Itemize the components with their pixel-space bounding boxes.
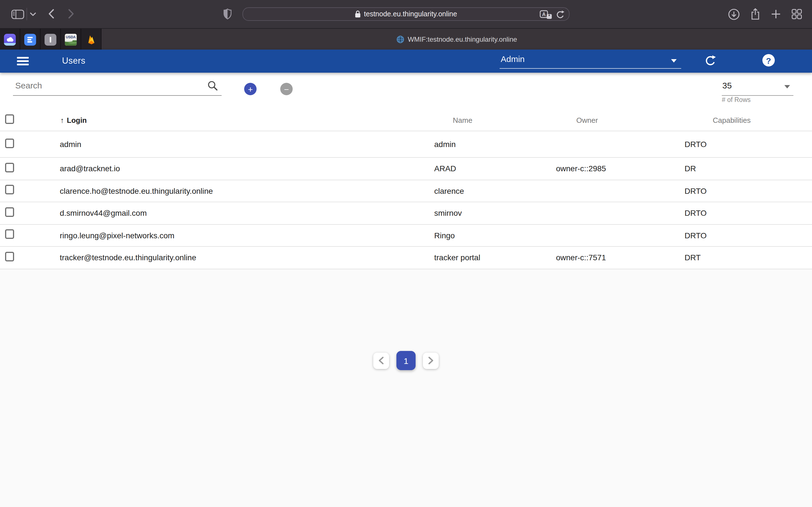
column-header-login[interactable]: ↑Login: [60, 116, 87, 124]
cell-owner: owner-c::2985: [556, 164, 606, 173]
sidebar-toggle-icon[interactable]: [11, 10, 24, 19]
next-page-button[interactable]: [423, 352, 439, 369]
search-field[interactable]: [13, 77, 221, 96]
rows-per-page-select[interactable]: 35: [722, 77, 794, 96]
remove-user-button[interactable]: −: [280, 83, 293, 95]
row-checkbox[interactable]: [5, 138, 14, 148]
address-bar-url: testnode.eu.thingularity.online: [364, 10, 457, 18]
current-page-number: 1: [404, 356, 409, 365]
search-input[interactable]: [14, 80, 200, 91]
add-user-button[interactable]: +: [244, 83, 257, 95]
chevron-left-icon: [378, 356, 384, 364]
privacy-shield-icon[interactable]: [223, 8, 232, 20]
reload-icon[interactable]: [556, 10, 564, 19]
active-tab-title: WMIF:testnode.eu.thingularity.online: [408, 36, 517, 43]
chevron-down-icon[interactable]: [30, 12, 36, 16]
back-button-icon[interactable]: [49, 9, 54, 18]
previous-page-button[interactable]: [373, 352, 389, 369]
cell-login: ringo.leung@pixel-networks.com: [60, 231, 174, 240]
table-row[interactable]: tracker@testnode.eu.thingularity.online …: [0, 247, 812, 269]
usda-text: USDA: [66, 35, 75, 39]
table-header: ↑Login Name Owner Capabilities: [0, 109, 812, 131]
cell-login: arad@tracknet.io: [60, 164, 120, 173]
pinned-tab-docs[interactable]: [20, 29, 41, 50]
cell-login: admin: [60, 140, 81, 149]
share-icon[interactable]: [751, 8, 760, 20]
table-body: admin admin DRTO arad@tracknet.io ARAD o…: [0, 131, 812, 269]
new-tab-icon[interactable]: [771, 10, 780, 18]
minus-icon: −: [284, 85, 289, 93]
chevron-right-icon: [428, 356, 434, 364]
dropdown-caret-icon: [784, 85, 790, 89]
table-row[interactable]: arad@tracknet.io ARAD owner-c::2985 DR: [0, 158, 812, 180]
column-header-owner[interactable]: Owner: [576, 116, 598, 124]
cell-capabilities: DRT: [684, 253, 701, 262]
tab-bar: USDA WMIF:testnode.eu.thingularity.onlin…: [0, 28, 812, 50]
downloads-icon[interactable]: [728, 8, 740, 20]
cell-capabilities: DRTO: [684, 209, 707, 218]
search-icon: [207, 80, 218, 94]
menu-icon[interactable]: [17, 57, 29, 65]
table-row[interactable]: d.smirnov44@gmail.com smirnov DRTO: [0, 202, 812, 224]
lock-icon: [355, 10, 361, 18]
sort-ascending-icon: ↑: [60, 116, 64, 124]
screen: testnode.eu.thingularity.online A *: [0, 0, 812, 507]
cell-login: d.smirnov44@gmail.com: [60, 209, 147, 218]
cell-name: ARAD: [434, 164, 456, 173]
cell-name: clarence: [434, 186, 464, 195]
select-all-checkbox[interactable]: [5, 114, 14, 124]
browser-toolbar: testnode.eu.thingularity.online A *: [0, 0, 812, 28]
cell-capabilities: DRTO: [684, 186, 707, 195]
dropdown-caret-icon: [671, 59, 677, 62]
cell-login: tracker@testnode.eu.thingularity.online: [60, 253, 196, 262]
page-title: Users: [62, 56, 86, 66]
row-checkbox[interactable]: [5, 207, 14, 217]
table-row[interactable]: ringo.leung@pixel-networks.com Ringo DRT…: [0, 224, 812, 247]
app-header: Users: [0, 50, 812, 73]
cell-name: tracker portal: [434, 253, 480, 262]
cell-name: admin: [434, 140, 456, 149]
help-icon: ?: [766, 55, 771, 65]
cell-name: Ringo: [434, 231, 455, 240]
globe-favicon: [396, 36, 404, 43]
tab-overview-icon[interactable]: [792, 9, 802, 19]
pinned-tab-i[interactable]: [41, 29, 61, 50]
refresh-button[interactable]: [705, 55, 716, 67]
table-row[interactable]: clarence.ho@testnode.eu.thingularity.onl…: [0, 180, 812, 202]
account-select-value: Admin: [501, 54, 525, 64]
current-page-button[interactable]: 1: [396, 351, 416, 370]
pinned-tab-usda[interactable]: USDA: [61, 29, 81, 50]
cell-owner: owner-c::7571: [556, 253, 606, 262]
pinned-tabs: USDA: [0, 29, 101, 50]
cell-capabilities: DR: [684, 164, 696, 173]
pagination: 1: [0, 341, 812, 380]
toolbar-divider: [27, 8, 27, 20]
pinned-tab-firebase[interactable]: [81, 29, 101, 50]
plus-icon: +: [248, 85, 253, 93]
forward-button-icon[interactable]: [68, 9, 74, 18]
rows-per-page-value: 35: [722, 80, 732, 90]
cell-login: clarence.ho@testnode.eu.thingularity.onl…: [60, 186, 213, 195]
account-select[interactable]: Admin: [500, 53, 681, 69]
row-checkbox[interactable]: [5, 185, 14, 194]
row-checkbox[interactable]: [5, 252, 14, 262]
cell-name: smirnov: [434, 209, 462, 218]
cell-capabilities: DRTO: [684, 231, 707, 240]
row-checkbox[interactable]: [5, 163, 14, 172]
table-row[interactable]: admin admin DRTO: [0, 131, 812, 158]
column-header-capabilities[interactable]: Capabilities: [713, 116, 751, 124]
svg-text:*: *: [548, 13, 550, 18]
rows-per-page-label: # of Rows: [722, 96, 751, 103]
address-bar[interactable]: testnode.eu.thingularity.online A *: [243, 7, 569, 21]
row-checkbox[interactable]: [5, 230, 14, 239]
pinned-tab-cloud[interactable]: [0, 29, 20, 50]
main-content: + − 35 # of Rows ↑Login Name Owner Capab…: [0, 73, 812, 507]
column-header-name[interactable]: Name: [453, 116, 472, 124]
help-button[interactable]: ?: [762, 54, 775, 66]
svg-text:A: A: [542, 11, 546, 17]
cell-capabilities: DRTO: [684, 140, 707, 149]
active-tab[interactable]: WMIF:testnode.eu.thingularity.online: [101, 29, 812, 50]
translate-icon[interactable]: A *: [540, 10, 552, 19]
